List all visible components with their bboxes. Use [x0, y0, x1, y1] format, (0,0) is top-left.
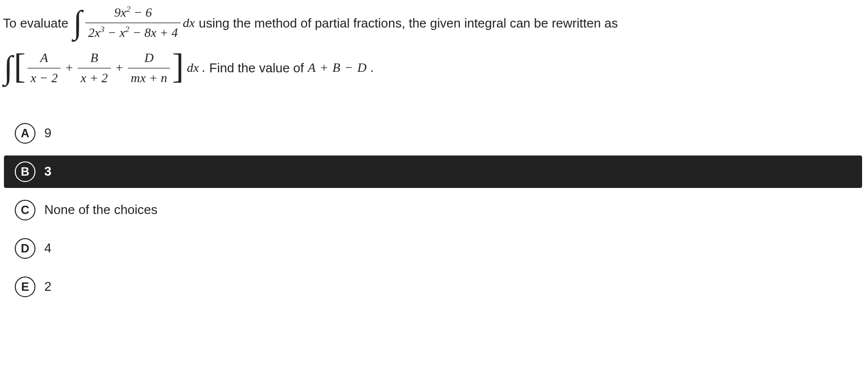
fraction-A: A x − 2 [28, 48, 61, 89]
fraction-B: B x + 2 [78, 48, 111, 89]
question-line-1: To evaluate ∫ 9x2 − 6 2x3 − x2 − 8x + 4 … [3, 3, 865, 43]
integral-sign-icon: ∫ [73, 11, 82, 33]
bracket-left-icon: [ [14, 54, 26, 78]
choice-C[interactable]: C None of the choices [4, 194, 868, 226]
plus: + [65, 59, 73, 77]
choice-letter: D [15, 238, 35, 259]
text-middle-2: Find the value of [209, 59, 304, 77]
text-prefix: To evaluate [3, 14, 68, 32]
choice-B[interactable]: B 3 [4, 155, 862, 188]
choice-letter: B [15, 161, 35, 182]
choice-text: 4 [44, 241, 51, 256]
integral-expression-1: ∫ 9x2 − 6 2x3 − x2 − 8x + 4 dx [72, 3, 195, 43]
dx: dx . [187, 59, 205, 77]
choice-text: 2 [44, 279, 51, 294]
numerator: 9x2 − 6 [111, 3, 155, 23]
choice-letter: A [15, 123, 35, 144]
integral-sign-icon: ∫ [4, 56, 13, 79]
choice-E[interactable]: E 2 [4, 271, 868, 303]
fraction-1: 9x2 − 6 2x3 − x2 − 8x + 4 [85, 3, 181, 43]
bracket-right-icon: ] [172, 54, 184, 78]
text-middle-1: using the method of partial fractions, t… [199, 14, 618, 32]
plus: + [116, 59, 123, 77]
choice-letter: C [15, 200, 35, 220]
question-stem: To evaluate ∫ 9x2 − 6 2x3 − x2 − 8x + 4 … [0, 0, 868, 102]
choice-text: 9 [44, 125, 51, 141]
dx: dx [183, 14, 195, 32]
integral-expression-2: ∫ [ A x − 2 + B x + 2 + D mx + n ] dx . [3, 48, 205, 89]
choice-A[interactable]: A 9 [4, 117, 868, 150]
answer-choices: A 9 B 3 C None of the choices D 4 E 2 [0, 117, 868, 303]
denominator: 2x3 − x2 − 8x + 4 [85, 23, 181, 43]
choice-text: 3 [44, 164, 51, 179]
choice-D[interactable]: D 4 [4, 232, 868, 265]
choice-letter: E [15, 277, 35, 297]
choice-text: None of the choices [44, 202, 158, 217]
question-line-2: ∫ [ A x − 2 + B x + 2 + D mx + n ] dx . … [3, 48, 865, 89]
fraction-D: D mx + n [128, 48, 170, 89]
target-expression: A + B − D . [308, 59, 374, 77]
